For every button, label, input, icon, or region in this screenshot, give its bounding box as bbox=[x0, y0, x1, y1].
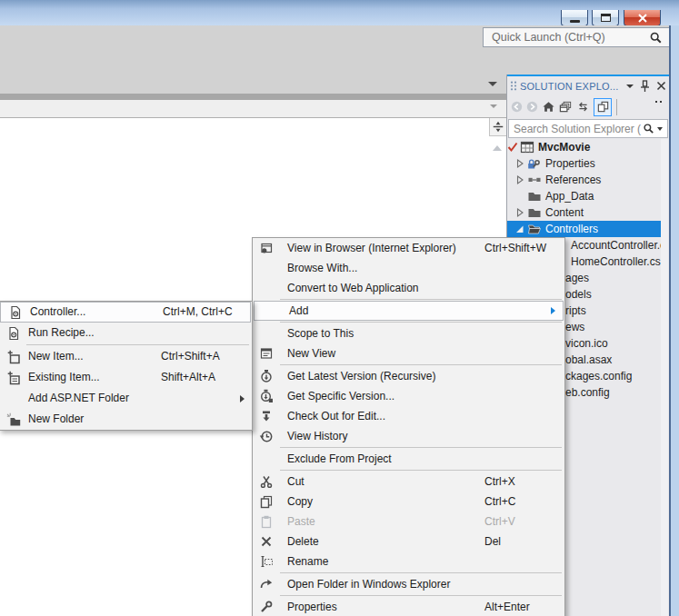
get-latest-icon bbox=[259, 369, 274, 383]
menu-item-properties[interactable]: PropertiesAlt+Enter bbox=[253, 597, 564, 616]
toolbar-overflow-dots-icon[interactable] bbox=[655, 101, 662, 103]
expander-collapsed-icon[interactable] bbox=[514, 173, 525, 187]
close-button[interactable] bbox=[624, 10, 661, 26]
menu-item-label: Paste bbox=[287, 512, 315, 532]
toolbar-separator bbox=[616, 99, 617, 115]
search-options-icon[interactable] bbox=[657, 127, 663, 131]
home-icon[interactable] bbox=[542, 100, 555, 114]
menu-item-rename[interactable]: Rename bbox=[253, 551, 564, 571]
minimize-button[interactable] bbox=[561, 10, 588, 26]
new-view-icon bbox=[259, 346, 274, 361]
menu-item-label: Open Folder in Windows Explorer bbox=[287, 574, 450, 594]
minimize-icon bbox=[570, 20, 580, 23]
menu-item-convert-to-web-application[interactable]: Convert to Web Application bbox=[253, 278, 564, 298]
menu-item-get-specific-version[interactable]: Get Specific Version... bbox=[253, 386, 564, 406]
menu-item-copy[interactable]: CopyCtrl+C bbox=[253, 492, 564, 512]
menu-item-label: Get Latest Version (Recursive) bbox=[287, 366, 435, 386]
expander-collapsed-icon[interactable] bbox=[514, 205, 525, 220]
tree-item-controllers[interactable]: Controllers bbox=[507, 221, 661, 237]
tree-item-references[interactable]: References bbox=[507, 172, 661, 188]
search-placeholder: Search Solution Explorer ( bbox=[509, 123, 643, 135]
existing-item-icon bbox=[6, 371, 21, 385]
menu-item-label: Run Recipe... bbox=[28, 323, 95, 343]
search-icon[interactable] bbox=[649, 31, 663, 45]
get-specific-icon bbox=[259, 389, 274, 403]
window-border-glass bbox=[671, 25, 679, 616]
panel-close-icon[interactable] bbox=[656, 81, 666, 91]
menu-item-label: Cut bbox=[287, 472, 305, 492]
window-position-icon[interactable] bbox=[626, 84, 634, 88]
search-icon[interactable] bbox=[643, 123, 654, 134]
menu-item-new-view[interactable]: New View bbox=[253, 343, 564, 363]
history-icon bbox=[259, 429, 274, 443]
tree-item-app-data[interactable]: App_Data bbox=[507, 188, 661, 204]
menu-item-new-item[interactable]: New Item...Ctrl+Shift+A bbox=[0, 346, 252, 367]
tabstrip-band bbox=[0, 100, 506, 118]
solution-explorer-search-input[interactable]: Search Solution Explorer ( bbox=[508, 119, 668, 138]
menu-item-scope-to-this[interactable]: Scope to This bbox=[253, 323, 564, 343]
tree-scrollbar[interactable] bbox=[661, 139, 668, 616]
menu-item-label: Properties bbox=[287, 597, 337, 616]
menu-item-open-folder-in-windows-explorer[interactable]: Open Folder in Windows Explorer bbox=[253, 574, 564, 594]
context-menu: View in Browser (Internet Explorer)Ctrl+… bbox=[252, 237, 565, 616]
toolbar-shadow-band bbox=[0, 94, 506, 100]
screenshot-root: { "window": { "quick_launch_placeholder"… bbox=[0, 0, 679, 616]
menu-item-shortcut: Alt+Enter bbox=[484, 597, 530, 616]
back-icon[interactable] bbox=[511, 101, 523, 113]
menu-item-shortcut: Ctrl+M, Ctrl+C bbox=[163, 303, 233, 321]
solution-explorer-header[interactable]: SOLUTION EXPLO... bbox=[507, 76, 669, 95]
tree-item-label: App_Data bbox=[545, 190, 594, 203]
menu-item-view-history[interactable]: View History bbox=[253, 426, 564, 446]
menu-item-existing-item[interactable]: Existing Item...Shift+Alt+A bbox=[0, 367, 252, 388]
tree-item-properties[interactable]: Properties bbox=[507, 155, 661, 172]
explorer-icon bbox=[259, 577, 274, 591]
menu-item-label: View in Browser (Internet Explorer) bbox=[287, 238, 456, 258]
copy-icon bbox=[259, 494, 274, 509]
forward-icon[interactable] bbox=[526, 101, 538, 113]
refresh-icon[interactable] bbox=[576, 101, 590, 113]
menu-item-label: Check Out for Edit... bbox=[287, 406, 385, 426]
maximize-button[interactable] bbox=[592, 10, 619, 26]
folder-icon bbox=[527, 189, 542, 204]
menu-item-check-out-for-edit[interactable]: Check Out for Edit... bbox=[253, 406, 564, 426]
menu-item-add[interactable]: Add bbox=[254, 301, 564, 321]
tabstrip-dropdown-icon[interactable] bbox=[490, 104, 497, 108]
submenu-arrow-icon bbox=[551, 307, 555, 314]
folder-open-icon bbox=[527, 222, 542, 236]
menu-item-controller[interactable]: Controller...Ctrl+M, Ctrl+C bbox=[0, 302, 251, 323]
collapse-all-icon[interactable] bbox=[559, 100, 573, 114]
menu-item-run-recipe[interactable]: Run Recipe... bbox=[0, 323, 252, 343]
menu-item-cut[interactable]: CutCtrl+X bbox=[253, 472, 564, 492]
editor-splitter-handle[interactable] bbox=[489, 118, 506, 136]
menu-item-browse-with[interactable]: Browse With... bbox=[253, 258, 564, 278]
quick-launch-placeholder: Quick Launch (Ctrl+Q) bbox=[484, 31, 649, 44]
expander-spacer bbox=[514, 189, 525, 204]
browser-icon bbox=[259, 241, 274, 255]
wrench-icon bbox=[259, 600, 274, 614]
menu-item-shortcut: Ctrl+C bbox=[484, 492, 515, 512]
controller-icon bbox=[8, 305, 23, 320]
menu-item-label: Rename bbox=[287, 551, 328, 571]
menu-item-exclude-from-project[interactable]: Exclude From Project bbox=[253, 449, 564, 469]
menu-item-add-asp-net-folder[interactable]: Add ASP.NET Folder bbox=[0, 388, 252, 409]
pin-icon[interactable] bbox=[640, 80, 650, 93]
menu-item-view-in-browser-internet-explorer[interactable]: View in Browser (Internet Explorer)Ctrl+… bbox=[253, 238, 564, 258]
menu-item-new-folder[interactable]: New Folder bbox=[0, 409, 252, 430]
scrollbar-up-icon[interactable] bbox=[493, 145, 502, 151]
expander-collapsed-icon[interactable] bbox=[514, 156, 525, 171]
tree-item-label: MvcMovie bbox=[538, 141, 590, 154]
check-out-icon bbox=[259, 409, 274, 423]
sync-active-icon[interactable] bbox=[594, 98, 612, 116]
menu-item-delete[interactable]: DeleteDel bbox=[253, 532, 564, 551]
menu-item-label: Copy bbox=[287, 492, 313, 512]
cut-icon bbox=[259, 474, 274, 489]
tree-item-content[interactable]: Content bbox=[507, 204, 661, 221]
menu-item-shortcut: Ctrl+V bbox=[484, 512, 515, 532]
quick-launch-input[interactable]: Quick Launch (Ctrl+Q) bbox=[483, 27, 670, 47]
menu-item-get-latest-version-recursive[interactable]: Get Latest Version (Recursive) bbox=[253, 366, 564, 386]
menu-item-label: View History bbox=[287, 426, 347, 446]
tree-item-mvcmovie[interactable]: MvcMovie bbox=[507, 139, 661, 155]
expander-expanded-icon[interactable] bbox=[514, 222, 525, 236]
toolbar-overflow-icon[interactable] bbox=[488, 82, 497, 86]
menu-item-label: Browse With... bbox=[287, 258, 357, 278]
